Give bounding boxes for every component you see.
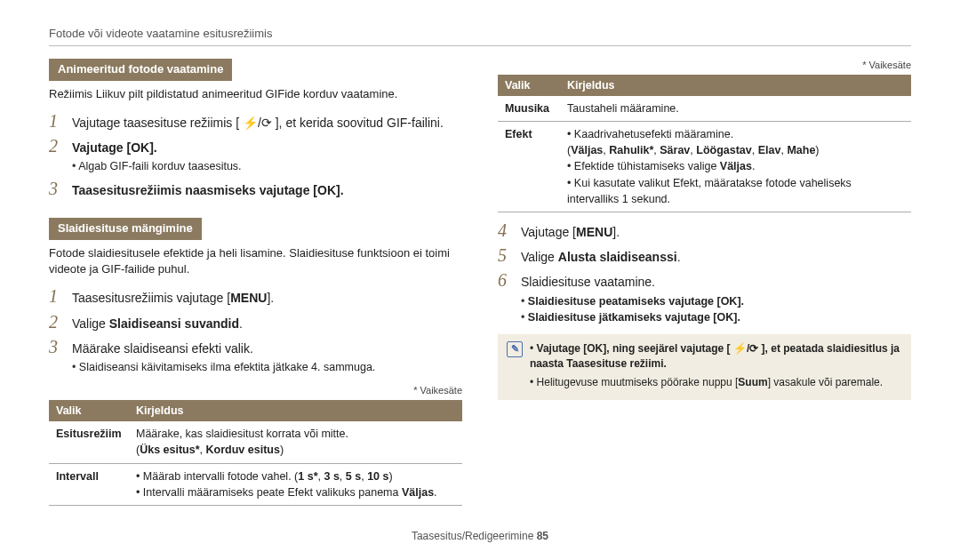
breadcrumb: Fotode või videote vaatamine esitusrežii… bbox=[49, 27, 911, 46]
substeps: Algab GIF-faili korduv taasesitus. bbox=[72, 158, 462, 174]
options-table-right: ValikKirjeldus Muusika Taustaheli määram… bbox=[498, 75, 911, 212]
step-text: Taasesitusrežiimis naasmiseks vajutage [… bbox=[72, 180, 344, 199]
options-table-left: ValikKirjeldus Esitusrežiim Määrake, kas… bbox=[49, 400, 462, 506]
intro-animated: Režiimis Liikuv pilt pildistatud animeer… bbox=[49, 86, 462, 103]
steps-slideshow-right: 4Vajutage [MENU]. 5Valige Alusta slaidis… bbox=[498, 221, 911, 325]
table-row: Efekt Kaadrivahetusefekti määramine. (Vä… bbox=[498, 122, 911, 212]
intro-slideshow: Fotode slaidiesitusele efektide ja heli … bbox=[49, 245, 462, 279]
content-columns: Animeeritud fotode vaatamine Režiimis Li… bbox=[49, 59, 911, 521]
default-note: * Vaikesäte bbox=[498, 59, 911, 73]
steps-slideshow-left: 1Taasesitusrežiimis vajutage [MENU]. 2Va… bbox=[49, 287, 462, 375]
page-footer: Taasesitus/Redigeerimine 85 bbox=[49, 530, 911, 542]
step-text: Valige Slaidiseansi suvandid. bbox=[72, 313, 243, 332]
table-row: Intervall Määrab intervalli fotode vahel… bbox=[49, 463, 462, 505]
tip-box: ✎ Vajutage [OK], ning seejärel vajutage … bbox=[498, 334, 911, 400]
step-number: 1 bbox=[49, 112, 65, 132]
heading-slideshow: Slaidiesituse mängimine bbox=[49, 218, 202, 240]
step-text: Vajutage [MENU]. bbox=[521, 221, 620, 241]
table-row: Muusika Taustaheli määramine. bbox=[498, 96, 911, 122]
step-number: 3 bbox=[49, 180, 65, 199]
page-root: Fotode või videote vaatamine esitusrežii… bbox=[0, 0, 960, 560]
steps-animated: 1Vajutage taasesituse režiimis [ ⚡/⟳ ], … bbox=[49, 112, 462, 200]
table-row: Esitusrežiim Määrake, kas slaidiesitust … bbox=[49, 421, 462, 463]
step-text: Valige Alusta slaidiseanssi. bbox=[521, 246, 681, 266]
step-text: Taasesitusrežiimis vajutage [MENU]. bbox=[72, 287, 274, 307]
step-number: 2 bbox=[49, 137, 65, 156]
step-text: Slaidiesituse vaatamine. bbox=[521, 271, 655, 291]
step-text: Vajutage taasesituse režiimis [ ⚡/⟳ ], e… bbox=[72, 112, 444, 132]
step-text: Vajutage [OK]. bbox=[72, 137, 157, 156]
right-column: * Vaikesäte ValikKirjeldus Muusika Taust… bbox=[498, 59, 911, 521]
heading-animated: Animeeritud fotode vaatamine bbox=[49, 59, 232, 81]
note-icon: ✎ bbox=[507, 341, 523, 357]
default-note: * Vaikesäte bbox=[49, 384, 462, 398]
step-text: Määrake slaidiseansi efekti valik. bbox=[72, 338, 253, 357]
left-column: Animeeritud fotode vaatamine Režiimis Li… bbox=[49, 59, 462, 521]
